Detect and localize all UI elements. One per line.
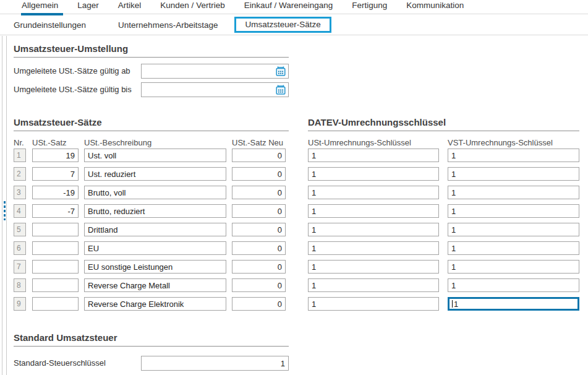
ust-key-input[interactable]: [308, 204, 439, 218]
col-header-beschreibung: USt.-Beschreibung: [84, 138, 226, 147]
vst-key-input-focused[interactable]: [448, 297, 579, 311]
valid-until-date-picker-button[interactable]: [275, 84, 286, 95]
row-number: 3: [14, 186, 26, 199]
table-row: 4: [14, 204, 579, 218]
vst-key-input[interactable]: [448, 278, 579, 292]
ust-satz-neu-input[interactable]: [232, 204, 286, 218]
ust-beschreibung-input[interactable]: [84, 149, 226, 162]
ust-key-input[interactable]: [308, 149, 439, 162]
main-tabbar: Allgemein Lager Artikel Kunden / Vertrie…: [0, 0, 588, 14]
row-number: 7: [14, 260, 26, 274]
table-row: 5: [14, 223, 579, 236]
ust-key-input[interactable]: [308, 297, 439, 311]
valid-until-input[interactable]: [141, 82, 289, 97]
ust-satz-input[interactable]: [32, 167, 79, 181]
ust-satz-input[interactable]: [32, 223, 79, 236]
calendar-icon: [275, 69, 286, 79]
valid-from-input[interactable]: [141, 64, 289, 79]
valid-until-label: Umgeleitete USt.-Sätze gültig bis: [14, 82, 132, 97]
table-column-headers: Nr. USt.-Satz USt.-Beschreibung USt.-Sat…: [14, 138, 579, 147]
standard-steuerschluessel-label: Standard-Steuerschlüssel: [14, 356, 106, 371]
ust-beschreibung-input[interactable]: [84, 241, 226, 255]
row-number: 2: [14, 167, 26, 181]
section-title-datev: DATEV-Umrechnungsschlüssel: [308, 117, 446, 127]
ust-satz-input[interactable]: [32, 149, 79, 162]
tab-artikel[interactable]: Artikel: [118, 1, 142, 14]
ust-satz-input[interactable]: [32, 241, 79, 255]
vst-key-input[interactable]: [448, 241, 579, 255]
tab-kunden-vertrieb[interactable]: Kunden / Vertrieb: [160, 1, 224, 14]
ust-satz-neu-input[interactable]: [232, 149, 286, 162]
ust-satz-input[interactable]: [32, 260, 79, 274]
row-number: 4: [14, 204, 26, 218]
ust-beschreibung-input[interactable]: [84, 223, 226, 236]
ust-satz-neu-input[interactable]: [232, 278, 286, 292]
section-rule: [14, 131, 289, 131]
tab-einkauf-wareneingang[interactable]: Einkauf / Wareneingang: [244, 1, 333, 14]
col-header-satz-neu: USt.-Satz Neu: [232, 138, 286, 147]
row-number: 5: [14, 223, 26, 236]
table-row: 2: [14, 167, 579, 181]
ust-key-input[interactable]: [308, 278, 439, 292]
ust-key-input[interactable]: [308, 241, 439, 255]
subtab-umsatzsteuer-saetze[interactable]: Umsatzsteuer-Sätze: [234, 17, 331, 33]
standard-steuerschluessel-input[interactable]: [141, 356, 289, 371]
section-title-standard-umsatzsteuer: Standard Umsatzsteuer: [14, 332, 117, 343]
valid-from-field: [141, 64, 289, 79]
tab-fertigung[interactable]: Fertigung: [352, 1, 387, 14]
valid-until-field: [141, 82, 289, 97]
tab-lager[interactable]: Lager: [77, 1, 99, 14]
ust-beschreibung-input[interactable]: [84, 186, 226, 199]
vst-key-input[interactable]: [448, 204, 579, 218]
vst-key-input[interactable]: [448, 149, 579, 162]
ust-satz-neu-input[interactable]: [232, 297, 286, 311]
section-title-umsatzsteuer-saetze: Umsatzsteuer-Sätze: [14, 117, 102, 127]
ust-satz-neu-input[interactable]: [232, 241, 286, 255]
table-row: 8: [14, 278, 579, 292]
ust-satz-neu-input[interactable]: [232, 167, 286, 181]
ust-satz-neu-input[interactable]: [232, 223, 286, 236]
table-row: 9: [14, 297, 579, 311]
section-title-umsatzsteuer-umstellung: Umsatzsteuer-Umstellung: [14, 43, 128, 54]
ust-satz-input[interactable]: [32, 297, 79, 311]
subtab-unternehmens-arbeitstage[interactable]: Unternehmens-Arbeitstage: [118, 20, 218, 30]
section-rule: [14, 346, 289, 347]
vst-key-input[interactable]: [448, 186, 579, 199]
calendar-icon: [275, 88, 286, 97]
ust-satz-input[interactable]: [32, 204, 79, 218]
splitter-grip-icon: [4, 201, 6, 220]
subtab-grundeinstellungen[interactable]: Grundeinstellungen: [14, 20, 86, 30]
row-number: 6: [14, 241, 26, 255]
ust-beschreibung-input[interactable]: [84, 167, 226, 181]
ust-beschreibung-input[interactable]: [84, 260, 226, 274]
panel-splitter[interactable]: [2, 36, 7, 375]
standard-steuerschluessel-field: [141, 356, 289, 371]
ust-key-input[interactable]: [308, 186, 439, 199]
ust-key-input[interactable]: [308, 223, 439, 236]
ust-key-input[interactable]: [308, 167, 439, 181]
ust-satz-input[interactable]: [32, 278, 79, 292]
table-row: 7: [14, 260, 579, 274]
settings-window: Allgemein Lager Artikel Kunden / Vertrie…: [0, 0, 588, 375]
valid-from-date-picker-button[interactable]: [275, 66, 286, 77]
row-number: 1: [14, 149, 26, 162]
ust-satz-input[interactable]: [32, 186, 79, 199]
vst-key-input[interactable]: [448, 223, 579, 236]
ust-key-input[interactable]: [308, 260, 439, 274]
vst-key-input[interactable]: [448, 260, 579, 274]
ust-beschreibung-input[interactable]: [84, 297, 226, 311]
sub-tabbar: Grundeinstellungen Unternehmens-Arbeitst…: [0, 15, 588, 35]
table-row: 6: [14, 241, 579, 255]
ust-beschreibung-input[interactable]: [84, 278, 226, 292]
vst-key-input[interactable]: [448, 167, 579, 181]
valid-from-label: Umgeleitete USt.-Sätze gültig ab: [14, 64, 130, 79]
ust-satz-neu-input[interactable]: [232, 186, 286, 199]
table-row: 1: [14, 149, 579, 162]
table-row: 3: [14, 186, 579, 199]
ust-beschreibung-input[interactable]: [84, 204, 226, 218]
col-header-ust-umrechnung: USt-Umrechnungs-Schlüssel: [308, 138, 439, 147]
tab-allgemein[interactable]: Allgemein: [22, 1, 58, 14]
tab-kommunikation[interactable]: Kommunikation: [406, 1, 464, 14]
ust-satz-neu-input[interactable]: [232, 260, 286, 274]
row-number: 8: [14, 278, 26, 292]
